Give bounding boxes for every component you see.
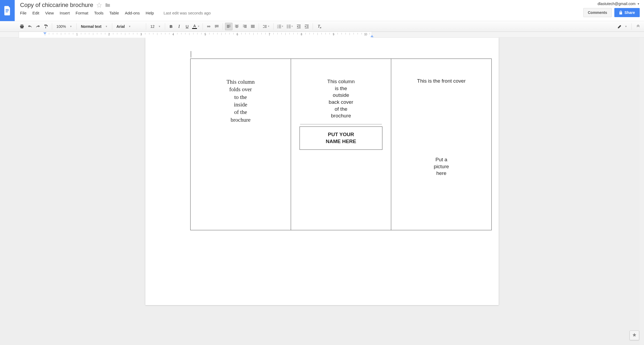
app-header: Copy of chiccarine brochure File Edit Vi…	[0, 0, 644, 21]
line-spacing-icon	[263, 24, 267, 29]
text-color-button[interactable]: A▼	[191, 23, 200, 30]
separator	[146, 23, 146, 30]
folder-icon[interactable]	[105, 3, 110, 7]
paint-format-button[interactable]	[42, 23, 50, 30]
clear-formatting-icon: T✕	[318, 24, 320, 29]
undo-button[interactable]	[26, 23, 34, 30]
separator	[76, 23, 77, 30]
comment-icon	[215, 24, 219, 29]
bulleted-list-icon	[287, 24, 291, 29]
menu-insert[interactable]: Insert	[60, 11, 70, 15]
align-center-icon	[235, 24, 239, 29]
svg-point-7	[287, 26, 288, 27]
share-button[interactable]: Share	[614, 8, 640, 17]
separator	[631, 23, 632, 30]
lock-icon	[619, 11, 622, 14]
align-center-button[interactable]	[233, 23, 240, 30]
collapse-toolbar-button[interactable]	[634, 23, 642, 30]
chevron-down-icon: ▼	[637, 2, 640, 5]
separator	[259, 23, 259, 30]
insert-link-button[interactable]	[205, 23, 212, 30]
underline-icon: U	[186, 24, 189, 29]
svg-rect-1	[6, 10, 9, 11]
document-title[interactable]: Copy of chiccarine brochure	[20, 2, 93, 9]
zoom-dropdown[interactable]: 100%▼	[54, 23, 74, 30]
account-menu[interactable]: dlastutech@gmail.com ▼	[598, 2, 640, 6]
separator	[52, 23, 52, 30]
font-dropdown[interactable]: Arial▼	[114, 23, 144, 30]
increase-indent-icon	[305, 24, 309, 29]
svg-rect-2	[6, 11, 8, 12]
separator	[203, 23, 203, 30]
font-size-dropdown[interactable]: 12▼	[148, 23, 163, 30]
toolbar: 100%▼ Normal text▼ Arial▼ 12▼ B I U A▼ ▼…	[0, 21, 644, 32]
align-right-button[interactable]	[241, 23, 249, 30]
last-edit-status[interactable]: Last edit was seconds ago	[164, 11, 211, 15]
svg-text:3: 3	[277, 27, 278, 29]
menu-view[interactable]: View	[45, 11, 54, 15]
style-dropdown[interactable]: Normal text▼	[79, 23, 110, 30]
link-icon	[207, 24, 211, 29]
separator	[112, 23, 112, 30]
decrease-indent-icon	[297, 24, 301, 29]
menu-help[interactable]: Help	[146, 11, 154, 15]
undo-icon	[28, 24, 32, 29]
print-button[interactable]	[18, 23, 26, 30]
align-justify-button[interactable]	[249, 23, 257, 30]
menu-addons[interactable]: Add-ons	[125, 11, 140, 15]
text-color-icon: A	[193, 24, 196, 28]
menu-format[interactable]: Format	[76, 11, 88, 15]
svg-point-8	[287, 27, 288, 28]
star-icon[interactable]	[96, 2, 102, 8]
share-label: Share	[624, 10, 635, 15]
numbered-list-button[interactable]: 123▼	[276, 23, 285, 30]
redo-button[interactable]	[34, 23, 42, 30]
menu-table[interactable]: Table	[109, 11, 119, 15]
italic-icon: I	[179, 24, 180, 29]
line-spacing-button[interactable]: ▼	[261, 23, 271, 30]
align-right-icon	[243, 24, 247, 29]
underline-button[interactable]: U	[183, 23, 191, 30]
menu-bar: File Edit View Insert Format Tools Table…	[20, 11, 580, 15]
separator	[223, 23, 223, 30]
separator	[165, 23, 165, 30]
user-email-label: dlastutech@gmail.com	[598, 2, 635, 6]
italic-button[interactable]: I	[175, 23, 183, 30]
menu-file[interactable]: File	[20, 11, 26, 15]
ruler[interactable]: 12345678910	[0, 32, 644, 38]
chevron-up-icon	[636, 24, 640, 29]
bulleted-list-button[interactable]: ▼	[285, 23, 294, 30]
document-icon	[4, 6, 11, 16]
paint-roller-icon	[44, 24, 48, 29]
comments-button[interactable]: Comments	[583, 8, 612, 17]
separator	[273, 23, 274, 30]
redo-icon	[36, 24, 40, 29]
menu-edit[interactable]: Edit	[32, 11, 39, 15]
bold-button[interactable]: B	[167, 23, 175, 30]
docs-logo[interactable]	[0, 0, 15, 21]
print-icon	[20, 24, 24, 29]
align-justify-icon	[251, 24, 255, 29]
insert-comment-button[interactable]	[213, 23, 220, 30]
pencil-icon	[617, 24, 622, 29]
menu-tools[interactable]: Tools	[94, 11, 103, 15]
decrease-indent-button[interactable]	[295, 23, 302, 30]
align-left-button[interactable]	[225, 23, 232, 30]
svg-rect-0	[6, 9, 9, 10]
svg-point-6	[287, 25, 288, 25]
editing-mode-button[interactable]: ▼	[616, 24, 629, 29]
bold-icon: B	[170, 24, 173, 29]
numbered-list-icon: 123	[277, 24, 281, 29]
separator	[313, 23, 313, 30]
clear-formatting-button[interactable]: T✕	[315, 23, 323, 30]
align-left-icon	[227, 24, 231, 29]
increase-indent-button[interactable]	[303, 23, 311, 30]
